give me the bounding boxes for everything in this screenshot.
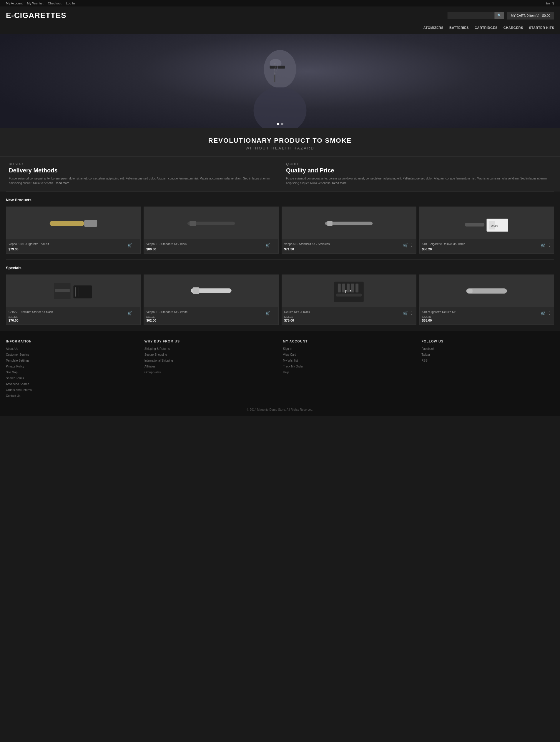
footer-about-us[interactable]: About Us [6,346,139,352]
svg-rect-34 [468,289,473,293]
new-product-2-price: $80.30 [146,248,276,251]
footer-shipping-returns[interactable]: Shipping & Returns [145,346,277,352]
footer-sign-in[interactable]: Sign In [283,346,416,352]
footer-track-order[interactable]: Track My Order [283,364,416,370]
footer-customer-service[interactable]: Customer Service [6,352,139,358]
new-product-1-image [6,207,140,239]
new-product-3-cart-icon[interactable]: 🛒 [403,243,408,248]
svg-rect-32 [355,284,358,293]
checkout-link[interactable]: Checkout [48,1,61,5]
new-product-4-info: 510 E-cigarette Deluxe kit - white 🛒 ⋮ $… [420,239,554,253]
special-1-image [6,275,140,307]
footer-twitter[interactable]: Twitter [421,352,554,358]
hero-dot-2[interactable] [281,123,284,125]
new-product-1-info-icon[interactable]: ⋮ [134,243,138,248]
my-account-link[interactable]: My Account [6,1,23,5]
hero-dots [277,123,284,125]
cart-button[interactable]: MY CART: 0 item(s) - $0.00 [507,12,554,19]
special-2-info: Veppo 510 Standard Kit - White 🛒 ⋮ $69.3… [144,307,278,324]
footer-contact-us[interactable]: Contact Us [6,393,139,399]
language-selector[interactable]: En [546,1,550,5]
svg-rect-31 [351,284,354,293]
hero-dot-1[interactable] [277,123,279,125]
special-4-info-icon[interactable]: ⋮ [547,311,552,315]
footer-search-terms[interactable]: Search Terms [6,375,139,381]
footer-orders-returns[interactable]: Orders and Returns [6,387,139,393]
nav-cartridges[interactable]: CARTRIDGES [475,24,498,31]
special-1-info: CHASE Premium Starter Kit black 🛒 ⋮ $79.… [6,307,140,324]
new-product-3-price: $71.30 [284,248,414,251]
special-3-old-price: $83.20 [284,315,414,319]
quality-read-more[interactable]: Read more [332,181,346,185]
footer-grid: INFORMATION About Us Customer Service Te… [6,339,554,399]
new-product-3-info-icon[interactable]: ⋮ [410,243,414,248]
footer-template-settings[interactable]: Template Settings [6,358,139,364]
special-3-cart-icon[interactable]: 🛒 [403,311,408,315]
new-products-title: New Products [6,198,554,202]
info-quality-text: Fusce euismod consequat ante. Lorem ipsu… [286,176,551,186]
delivery-read-more[interactable]: Read more [55,181,69,185]
new-product-4-name: 510 E-cigarette Deluxe kit - white [422,243,465,246]
new-product-3: Veppo 510 Standard Kit - Stainless 🛒 ⋮ $… [282,207,416,254]
footer-advanced-search[interactable]: Advanced Search [6,381,139,387]
footer-privacy-policy[interactable]: Privacy Policy [6,364,139,370]
special-1-name: CHASE Premium Starter Kit black [8,310,53,314]
nav-starter-kits[interactable]: STARTER KITS [529,24,554,31]
new-product-2-cart-icon[interactable]: 🛒 [265,243,270,248]
special-3-info-icon[interactable]: ⋮ [410,311,414,315]
special-1-info-icon[interactable]: ⋮ [134,311,138,315]
new-product-1-info: Veppo 510 E-Cigarette Trial Kit 🛒 ⋮ $79.… [6,239,140,253]
footer-col-information: INFORMATION About Us Customer Service Te… [6,339,139,399]
footer-help[interactable]: Help [283,370,416,375]
svg-rect-12 [327,221,333,226]
footer-col-my-account: MY ACCOUNT Sign In View Cart My Wishlist… [283,339,416,399]
new-product-4-cart-icon[interactable]: 🛒 [541,243,546,248]
special-4-old-price: $72.30 [422,315,552,319]
my-wishlist-link[interactable]: My Wishlist [27,1,44,5]
footer-wishlist[interactable]: My Wishlist [283,358,416,364]
special-4-cart-icon[interactable]: 🛒 [541,311,546,315]
tagline-main: REVOLUTIONARY PRODUCT TO SMOKE [6,137,554,145]
new-product-2: Veppo 510 Standard Kit - Black 🛒 ⋮ $80.3… [144,207,278,254]
footer-international-shipping[interactable]: International Shipping [145,358,277,364]
footer-view-cart[interactable]: View Cart [283,352,416,358]
nav-batteries[interactable]: BATTERIES [449,24,469,31]
new-product-4-info-icon[interactable]: ⋮ [547,243,552,248]
special-3: pure Deluxe Kit G4 black 🛒 ⋮ [282,274,416,325]
svg-rect-8 [84,220,97,227]
new-product-2-image [144,207,278,239]
footer-site-map[interactable]: Site Map [6,370,139,375]
special-2-info-icon[interactable]: ⋮ [272,311,276,315]
specials-grid: CHASE Premium Starter Kit black 🛒 ⋮ $79.… [6,274,554,325]
new-product-3-info: Veppo 510 Standard Kit - Stainless 🛒 ⋮ $… [282,239,416,253]
new-product-1-name: Veppo 510 E-Cigarette Trial Kit [8,243,49,246]
new-product-1-price: $79.33 [8,248,138,251]
site-logo[interactable]: E-CIGARETTES [6,11,66,20]
svg-rect-24 [193,287,200,294]
special-1-cart-icon[interactable]: 🛒 [128,311,133,315]
footer-group-sales[interactable]: Group Sales [145,370,277,375]
special-1-old-price: $79.55 [8,315,138,319]
new-product-1-cart-icon[interactable]: 🛒 [128,243,133,248]
footer-secure-shopping[interactable]: Secure Shopping [145,352,277,358]
nav-chargers[interactable]: CHARGERS [504,24,523,31]
new-product-2-info-icon[interactable]: ⋮ [272,243,276,248]
svg-rect-4 [278,66,285,68]
footer-affiliates[interactable]: Affiliates [145,364,277,370]
footer-facebook[interactable]: Facebook [421,346,554,352]
special-2-cart-icon[interactable]: 🛒 [265,311,270,315]
info-delivery-text: Fusce euismod consequat ante. Lorem ipsu… [9,176,274,186]
specials-title: Specials [6,266,554,270]
nav-atomizers[interactable]: ATOMIZERS [423,24,444,31]
login-link[interactable]: Log In [66,1,75,5]
info-delivery: Delivery Delivery Methods Fusce euismod … [6,162,277,186]
special-2-old-price: $69.30 [146,315,276,319]
hero-person-svg [0,34,560,128]
search-input[interactable] [448,12,495,19]
footer-rss[interactable]: RSS [421,358,554,364]
special-4-actions: 🛒 ⋮ [541,311,552,315]
special-4-info: 510 eCigarette Deluxe Kit 🛒 ⋮ $72.30 $65… [420,307,554,324]
tagline-sub: WITHOUT HEALTH HAZARD [6,146,554,150]
currency-selector[interactable]: $ [552,1,554,5]
search-button[interactable]: 🔍 [495,12,504,19]
